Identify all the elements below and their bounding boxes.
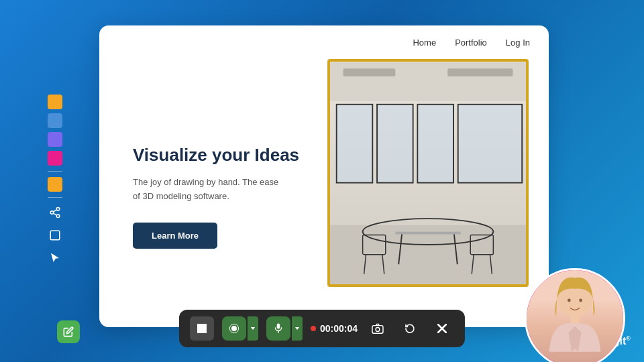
svg-rect-13 bbox=[337, 105, 372, 182]
svg-line-4 bbox=[53, 210, 56, 212]
timer-display: 00:00:04 bbox=[311, 323, 358, 334]
toolbar-divider-1 bbox=[48, 171, 62, 172]
avatar-person bbox=[527, 270, 623, 362]
svg-rect-6 bbox=[330, 62, 526, 101]
learn-more-button[interactable]: Learn More bbox=[133, 223, 217, 249]
record-button-group[interactable] bbox=[222, 316, 258, 341]
refresh-button[interactable] bbox=[398, 316, 422, 341]
square-icon[interactable] bbox=[46, 226, 64, 245]
cursor-icon[interactable] bbox=[46, 249, 64, 267]
svg-rect-5 bbox=[50, 231, 60, 240]
svg-point-0 bbox=[56, 208, 60, 211]
color-orange[interactable] bbox=[48, 95, 62, 109]
svg-point-37 bbox=[376, 328, 380, 332]
svg-point-1 bbox=[50, 211, 54, 215]
svg-rect-8 bbox=[447, 68, 513, 76]
hero-subtitle: The joy of drawing by hand. The ease of … bbox=[133, 176, 280, 204]
stop-button[interactable] bbox=[190, 316, 214, 341]
svg-point-29 bbox=[568, 299, 571, 302]
hero-image bbox=[327, 59, 529, 287]
color-purple[interactable] bbox=[48, 132, 62, 147]
svg-rect-34 bbox=[277, 324, 280, 329]
svg-rect-32 bbox=[197, 324, 207, 333]
mic-dropdown[interactable] bbox=[292, 316, 303, 341]
svg-point-33 bbox=[232, 326, 237, 331]
toolbar-divider-2 bbox=[48, 197, 62, 198]
left-toolbar bbox=[46, 95, 64, 267]
avatar-circle bbox=[525, 268, 625, 362]
svg-rect-7 bbox=[343, 68, 395, 76]
timer-value: 00:00:04 bbox=[320, 323, 358, 334]
recording-bar[interactable]: 00:00:04 bbox=[179, 310, 465, 347]
sketch-visual bbox=[330, 62, 526, 284]
close-button[interactable] bbox=[430, 316, 454, 341]
main-card: Home Portfolio Log In Visualize your Ide… bbox=[99, 25, 549, 327]
hero-text: Visualize your Ideas The joy of drawing … bbox=[99, 104, 324, 248]
edit-button[interactable] bbox=[57, 320, 80, 343]
svg-rect-16 bbox=[459, 105, 521, 182]
recording-indicator bbox=[311, 326, 316, 331]
svg-rect-14 bbox=[378, 105, 413, 182]
svg-point-30 bbox=[579, 299, 582, 302]
mic-button[interactable] bbox=[266, 316, 290, 341]
camera-snapshot-button[interactable] bbox=[366, 316, 390, 341]
color-pink[interactable] bbox=[48, 151, 62, 166]
svg-point-2 bbox=[56, 215, 60, 218]
record-dropdown[interactable] bbox=[248, 316, 258, 341]
share-icon[interactable] bbox=[46, 203, 64, 222]
svg-rect-36 bbox=[372, 326, 383, 334]
svg-line-3 bbox=[53, 213, 56, 215]
hero-title: Visualize your Ideas bbox=[133, 144, 324, 166]
record-camera-button[interactable] bbox=[222, 316, 246, 341]
svg-rect-19 bbox=[395, 232, 460, 235]
svg-rect-15 bbox=[418, 105, 453, 182]
mic-button-group[interactable] bbox=[266, 316, 303, 341]
color-orange2[interactable] bbox=[48, 177, 62, 192]
color-blue[interactable] bbox=[48, 113, 62, 128]
